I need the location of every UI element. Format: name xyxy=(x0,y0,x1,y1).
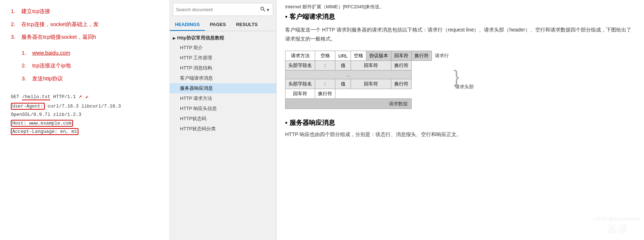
table-row-5: 回车符 换行符 xyxy=(285,89,452,99)
cell-url: URL xyxy=(335,51,351,61)
heading-group[interactable]: ▶ Http协议常用信息教程 xyxy=(170,33,276,43)
watermark-text: CSDN @halcyonfreed xyxy=(594,216,640,222)
search-box[interactable]: ▾ xyxy=(173,3,273,16)
table-row-2: 头部字段名 ： 值 回车符 换行符 xyxy=(285,61,452,71)
table-row-4: 头部字段名 ： 值 回车符 换行符 xyxy=(285,79,452,89)
heading-item-7[interactable]: HTTP状态码 xyxy=(170,114,276,124)
cell-value1: 值 xyxy=(335,61,351,71)
right-brace-icon: } xyxy=(454,70,459,84)
cell-cr1: 回车符 xyxy=(391,51,412,61)
table-row-6: 请求数据 xyxy=(285,99,452,109)
cell-empty1 xyxy=(412,61,432,71)
cell-dots: ... xyxy=(285,71,412,79)
sub-item-3: 3. 发送http协议 xyxy=(22,74,161,83)
section2-title: 服务器响应消息 xyxy=(285,118,633,127)
heading-item-3[interactable]: 客户端请求消息 xyxy=(170,73,276,83)
cell-cr4: 回车符 xyxy=(285,89,315,99)
cell-value2: 值 xyxy=(335,79,351,89)
cell-space1: 空格 xyxy=(315,51,335,61)
section2-text: HTTP 响应也由四个部分组成，分别是：状态行、消息报头、空行和响应正文。 xyxy=(285,130,633,139)
search-input[interactable] xyxy=(176,7,259,12)
sub-list: 1. www.baidu.com 2. tcp连接这个ip地 3. 发送http… xyxy=(22,48,161,83)
cell-space2: 空格 xyxy=(351,51,366,61)
cell-lf3: 换行符 xyxy=(391,79,412,89)
heading-item-8[interactable]: HTTP状态码分类 xyxy=(170,124,276,134)
cell-lf4: 换行符 xyxy=(315,89,335,99)
cell-field-name1: 头部字段名 xyxy=(285,61,315,71)
svg-point-0 xyxy=(261,7,264,10)
cell-empty2 xyxy=(432,61,452,71)
annotation-label: 请求头部 xyxy=(455,84,474,90)
cell-cr2: 回车符 xyxy=(351,61,391,71)
watermark: CSDN @halcyonfreed 慕课 xyxy=(594,216,640,236)
cell-lf2: 换行符 xyxy=(391,61,412,71)
table-row-1: 请求方法 空格 URL 空格 协议版本 回车符 换行符 请求行 xyxy=(285,51,452,61)
nav-headings: ▶ Http协议常用信息教程 HTTP 简介 HTTP 工作原理 HTTP 消息… xyxy=(170,31,276,240)
top-text: Internet 邮件扩展（MIME）[RFC2045]来传送。 xyxy=(285,4,633,10)
tab-pages[interactable]: PAGES xyxy=(205,19,231,31)
http-table-area: 请求方法 空格 URL 空格 协议版本 回车符 换行符 请求行 头部字段名 ： … xyxy=(285,47,633,113)
cell-colon2: ： xyxy=(315,79,335,89)
http-table-wrapper: 请求方法 空格 URL 空格 协议版本 回车符 换行符 请求行 头部字段名 ： … xyxy=(285,51,452,109)
sub-item-1: 1. www.baidu.com xyxy=(22,48,161,58)
watermark-logo: 慕课 xyxy=(594,222,640,236)
heading-item-5[interactable]: HTTP 请求方法 xyxy=(170,93,276,104)
intro-text: 客户端发送一个 HTTP 请求到服务器的请求消息包括以下格式：请求行（reque… xyxy=(285,25,633,43)
tab-results[interactable]: RESULTS xyxy=(231,19,263,31)
heading-item-6[interactable]: HTTP 响应头信息 xyxy=(170,104,276,114)
table-row-3: ... xyxy=(285,71,452,79)
section1-title: 客户端请求消息 xyxy=(285,12,633,21)
cell-version: 协议版本 xyxy=(366,51,391,61)
heading-item-2[interactable]: HTTP 消息结构 xyxy=(170,63,276,73)
http-request-table: 请求方法 空格 URL 空格 协议版本 回车符 换行符 请求行 头部字段名 ： … xyxy=(285,51,452,109)
search-button[interactable]: ▾ xyxy=(259,6,270,13)
nav-tabs: HEADINGS PAGES RESULTS xyxy=(170,19,276,31)
cell-lf1: 换行符 xyxy=(412,51,432,61)
cell-request-line: 请求行 xyxy=(432,51,452,61)
nav-panel: ▾ HEADINGS PAGES RESULTS ▶ Http协议常用信息教程 … xyxy=(170,0,276,240)
left-panel: 1. 建立tcp连接 2. 在tcp连接，socket的基础上，发 3. 服务器… xyxy=(0,0,170,240)
heading-item-1[interactable]: HTTP 工作原理 xyxy=(170,53,276,63)
sub-item-2: 2. tcp连接这个ip地 xyxy=(22,61,161,70)
brace-annotation: } 请求头部 xyxy=(454,70,474,90)
cell-colon1: ： xyxy=(315,61,335,71)
cell-request-data: 请求数据 xyxy=(285,99,412,109)
cell-cr3: 回车符 xyxy=(351,79,391,89)
group-label: Http协议常用信息教程 xyxy=(177,35,224,41)
code-block: GET /hello.txt HTTP/1.1 ↗ ↙ User-Agent: … xyxy=(11,92,161,136)
right-panel: Internet 邮件扩展（MIME）[RFC2045]来传送。 客户端请求消息… xyxy=(276,0,644,240)
heading-item-0[interactable]: HTTP 简介 xyxy=(170,43,276,53)
svg-line-1 xyxy=(263,10,265,11)
cell-field-name2: 头部字段名 xyxy=(285,79,315,89)
list-item-1: 1. 建立tcp连接 xyxy=(11,7,161,16)
list-item-3: 3. 服务器在tcp链接socket，返回h xyxy=(11,32,161,42)
cell-method: 请求方法 xyxy=(285,51,315,61)
tab-headings[interactable]: HEADINGS xyxy=(170,19,205,31)
list-item-2: 2. 在tcp连接，socket的基础上，发 xyxy=(11,20,161,29)
heading-item-4[interactable]: 服务器响应消息 xyxy=(170,83,276,93)
triangle-icon: ▶ xyxy=(173,36,176,40)
